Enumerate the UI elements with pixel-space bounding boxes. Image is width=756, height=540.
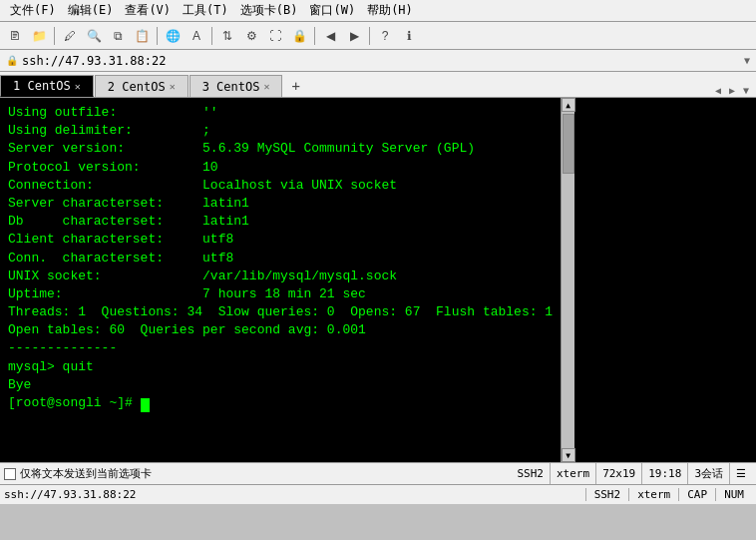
terminal[interactable]: Using outfile: ''Using delimiter: ;Serve… bbox=[0, 98, 561, 462]
send-to-tab-label: 仅将文本发送到当前选项卡 bbox=[20, 466, 152, 481]
tab-2-centos[interactable]: 2 CentOS ✕ bbox=[95, 75, 189, 97]
terminal-line: Db characterset: latin1 bbox=[8, 213, 553, 231]
help-btn[interactable]: ? bbox=[374, 25, 396, 47]
send-to-tab-checkbox[interactable] bbox=[4, 468, 16, 480]
bottom-ssh: SSH2 bbox=[585, 488, 629, 501]
status-sessions: 3会话 bbox=[688, 463, 730, 484]
menu-edit[interactable]: 编辑(E) bbox=[62, 0, 120, 21]
bottom-term: xterm bbox=[628, 488, 678, 501]
terminal-line: Protocol version: 10 bbox=[8, 159, 553, 177]
tab-nav: ◀ ▶ ▼ bbox=[712, 84, 756, 97]
menu-help[interactable]: 帮助(H) bbox=[361, 0, 419, 21]
copy-btn[interactable]: ⧉ bbox=[107, 25, 129, 47]
scroll-up-btn[interactable]: ▲ bbox=[562, 98, 575, 112]
terminal-line: Conn. characterset: utf8 bbox=[8, 250, 553, 268]
info-btn[interactable]: ℹ bbox=[398, 25, 420, 47]
tab-3-label: 3 CentOS bbox=[202, 80, 260, 94]
terminal-line: Uptime: 7 hours 18 min 21 sec bbox=[8, 285, 553, 303]
lock-btn[interactable]: 🔒 bbox=[288, 25, 310, 47]
tab-next-btn[interactable]: ▶ bbox=[726, 84, 738, 97]
toolbar-sep-1 bbox=[54, 27, 55, 45]
tab-1-label: 1 CentOS bbox=[13, 79, 71, 93]
tab-3-close[interactable]: ✕ bbox=[263, 81, 269, 92]
menu-tools[interactable]: 工具(T) bbox=[177, 0, 234, 21]
terminal-line: [root@songli ~]# bbox=[8, 394, 553, 412]
fullscreen-btn[interactable]: ⛶ bbox=[264, 25, 286, 47]
lock-icon: 🔒 bbox=[6, 55, 18, 66]
bottom-address: ssh://47.93.31.88:22 bbox=[4, 488, 585, 501]
address-text[interactable]: ssh://47.93.31.88:22 bbox=[22, 54, 167, 68]
transfer-btn[interactable]: ⇅ bbox=[216, 25, 238, 47]
status-size: 72x19 bbox=[596, 463, 642, 484]
new-session-btn[interactable]: 🖹 bbox=[4, 25, 26, 47]
print-btn[interactable]: 🖊 bbox=[59, 25, 81, 47]
toolbar-sep-5 bbox=[369, 27, 370, 45]
status-menu-icon[interactable]: ☰ bbox=[730, 463, 752, 484]
forward-btn[interactable]: ▶ bbox=[343, 25, 365, 47]
terminal-line: Server characterset: latin1 bbox=[8, 195, 553, 213]
menu-file[interactable]: 文件(F) bbox=[4, 0, 62, 21]
scroll-thumb[interactable] bbox=[563, 114, 574, 174]
terminal-line: -------------- bbox=[8, 339, 553, 357]
terminal-cursor bbox=[141, 398, 150, 412]
terminal-line: Client characterset: utf8 bbox=[8, 231, 553, 249]
toolbar-sep-4 bbox=[314, 27, 315, 45]
bottom-items: SSH2 xterm CAP NUM bbox=[585, 488, 752, 501]
tab-list-btn[interactable]: ▼ bbox=[740, 84, 752, 97]
status-term: xterm bbox=[551, 463, 596, 484]
menu-window[interactable]: 窗口(W) bbox=[303, 0, 361, 21]
status-time: 19:18 bbox=[642, 463, 688, 484]
new-tab-btn[interactable]: + bbox=[283, 75, 307, 97]
terminal-line: Bye bbox=[8, 376, 553, 394]
status-left: 仅将文本发送到当前选项卡 bbox=[4, 466, 512, 481]
menubar: 文件(F) 编辑(E) 查看(V) 工具(T) 选项卡(B) 窗口(W) 帮助(… bbox=[0, 0, 756, 22]
terminal-line: Threads: 1 Questions: 34 Slow queries: 0… bbox=[8, 303, 553, 321]
status-ssh: SSH2 bbox=[512, 463, 552, 484]
terminal-line: Using outfile: '' bbox=[8, 104, 553, 122]
bottom-num: NUM bbox=[715, 488, 752, 501]
bottom-cap: CAP bbox=[678, 488, 715, 501]
scroll-down-btn[interactable]: ▼ bbox=[562, 448, 575, 462]
paste-btn[interactable]: 📋 bbox=[131, 25, 153, 47]
toolbar-sep-2 bbox=[157, 27, 158, 45]
bottombar: ssh://47.93.31.88:22 SSH2 xterm CAP NUM bbox=[0, 484, 756, 504]
connect-btn[interactable]: 🌐 bbox=[162, 25, 184, 47]
settings-btn[interactable]: ⚙ bbox=[240, 25, 262, 47]
terminal-line: Using delimiter: ; bbox=[8, 122, 553, 140]
tab-2-close[interactable]: ✕ bbox=[170, 81, 176, 92]
tab-1-close[interactable]: ✕ bbox=[75, 81, 81, 92]
address-dropdown-icon[interactable]: ▼ bbox=[744, 55, 750, 66]
terminal-line: Connection: Localhost via UNIX socket bbox=[8, 177, 553, 195]
tab-3-centos[interactable]: 3 CentOS ✕ bbox=[189, 75, 283, 97]
tabbar: 1 CentOS ✕ 2 CentOS ✕ 3 CentOS ✕ + ◀ ▶ ▼ bbox=[0, 72, 756, 98]
terminal-line: mysql> quit bbox=[8, 358, 553, 376]
tab-prev-btn[interactable]: ◀ bbox=[712, 84, 724, 97]
terminal-wrapper: Using outfile: ''Using delimiter: ;Serve… bbox=[0, 98, 756, 462]
font-btn[interactable]: A bbox=[186, 25, 207, 47]
menu-tabs[interactable]: 选项卡(B) bbox=[234, 0, 304, 21]
statusbar: 仅将文本发送到当前选项卡 SSH2 xterm 72x19 19:18 3会话 … bbox=[0, 462, 756, 484]
terminal-line: Open tables: 60 Queries per second avg: … bbox=[8, 321, 553, 339]
terminal-scrollbar[interactable]: ▲ ▼ bbox=[561, 98, 574, 462]
menu-view[interactable]: 查看(V) bbox=[119, 0, 177, 21]
toolbar-sep-3 bbox=[211, 27, 212, 45]
search-btn[interactable]: 🔍 bbox=[83, 25, 105, 47]
terminal-line: Server version: 5.6.39 MySQL Community S… bbox=[8, 140, 553, 158]
toolbar: 🖹 📁 🖊 🔍 ⧉ 📋 🌐 A ⇅ ⚙ ⛶ 🔒 ◀ ▶ ? ℹ bbox=[0, 22, 756, 50]
open-btn[interactable]: 📁 bbox=[28, 25, 50, 47]
terminal-line: UNIX socket: /var/lib/mysql/mysql.sock bbox=[8, 268, 553, 285]
back-btn[interactable]: ◀ bbox=[319, 25, 341, 47]
tab-1-centos[interactable]: 1 CentOS ✕ bbox=[0, 75, 94, 97]
addressbar: 🔒 ssh://47.93.31.88:22 ▼ bbox=[0, 50, 756, 72]
tab-2-label: 2 CentOS bbox=[108, 80, 166, 94]
